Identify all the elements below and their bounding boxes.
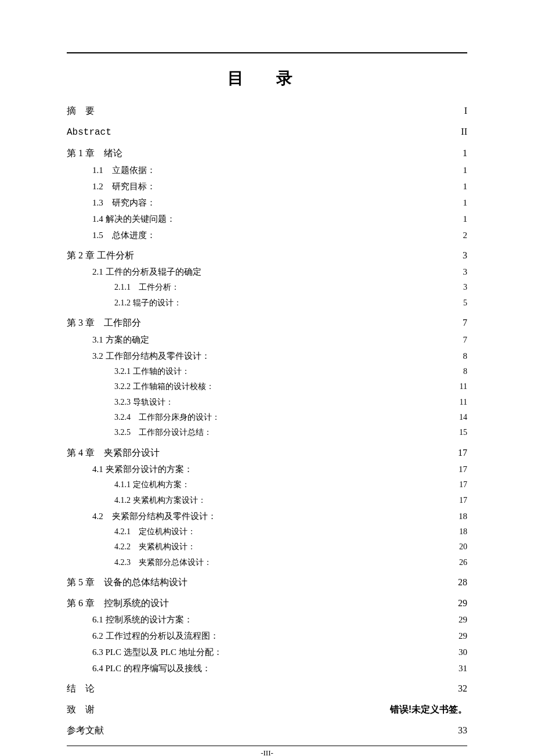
toc-entry-page: 17 <box>459 478 467 491</box>
toc-title: 目 录 <box>67 67 467 89</box>
toc-entry: 1.2 研究目标：1 <box>67 179 467 193</box>
toc-entry-page: I <box>464 103 467 118</box>
toc-entry: 第 6 章 控制系统的设计29 <box>67 596 467 611</box>
toc-entry-page: 1 <box>463 212 468 226</box>
toc-entry-label: 致 谢 <box>67 702 95 717</box>
toc-entry: 4.2.3 夹紧部分总体设计：26 <box>67 556 467 569</box>
toc-entry-page: 33 <box>458 723 467 738</box>
toc-entry: 6.2 工作过程的分析以及流程图：29 <box>67 629 467 643</box>
toc-entry-label: 1.2 研究目标： <box>92 179 156 193</box>
toc-entry: 2.1.2 辊子的设计：5 <box>67 297 467 309</box>
toc-entry-label: 2.1 工件的分析及辊子的确定 <box>92 265 201 279</box>
toc-entry-page: 8 <box>463 365 467 378</box>
toc-entry-page: 18 <box>459 509 467 523</box>
toc-entry-page: 30 <box>459 645 467 659</box>
toc-entry: 第 4 章 夹紧部分设计17 <box>67 445 467 460</box>
toc-entry-page: 31 <box>459 661 467 675</box>
toc-entry-label: 第 3 章 工作部分 <box>67 315 141 330</box>
toc-entry-label: 3.2.2 工作轴箱的设计校核： <box>114 380 214 393</box>
toc-entry-label: 结 论 <box>67 681 95 696</box>
toc-entry: 第 2 章 工件分析3 <box>67 248 467 263</box>
toc-entry-label: 2.1.2 辊子的设计： <box>114 297 182 309</box>
toc-entry-label: 2.1.1 工件分析： <box>114 281 179 294</box>
toc-entry-page: 11 <box>460 380 467 393</box>
toc-entry-page: 26 <box>459 556 467 569</box>
toc-entry-page: 1 <box>463 146 467 161</box>
toc-entry: 6.4 PLC 的程序编写以及接线：31 <box>67 661 467 675</box>
toc-entry: 2.1.1 工件分析：3 <box>67 281 467 294</box>
toc-entry-page: 14 <box>459 411 467 424</box>
toc-entry-label: 1.3 研究内容： <box>92 196 156 210</box>
toc-entry-label: 4.1.1 定位机构方案： <box>114 478 190 491</box>
toc-entry-page: 1 <box>463 179 468 193</box>
toc-entry-label: 6.3 PLC 选型以及 PLC 地址分配： <box>92 645 222 659</box>
toc-entry: 第 5 章 设备的总体结构设计28 <box>67 575 467 590</box>
toc-entry-label: 3.1 方案的确定 <box>92 333 149 347</box>
toc-entry: 4.2 夹紧部分结构及零件设计：18 <box>67 509 467 523</box>
toc-entry: 3.2.4 工作部分床身的设计：14 <box>67 411 467 424</box>
toc-entry-label: 4.2 夹紧部分结构及零件设计： <box>92 509 217 523</box>
toc-entry-page: 5 <box>463 297 467 309</box>
toc-entry-page: 17 <box>459 494 467 507</box>
toc-entry-page: 3 <box>463 265 468 279</box>
table-of-contents: 摘 要IAbstractII第 1 章 绪论11.1 立题依据：11.2 研究目… <box>67 103 467 737</box>
toc-entry: 摘 要I <box>67 103 467 118</box>
toc-entry-page: 18 <box>459 525 467 538</box>
toc-entry: 4.1.1 定位机构方案：17 <box>67 478 467 491</box>
toc-entry-label: 参考文献 <box>67 723 104 738</box>
toc-entry-page: 11 <box>460 396 467 409</box>
toc-entry-label: 6.4 PLC 的程序编写以及接线： <box>92 661 211 675</box>
toc-entry-label: 第 1 章 绪论 <box>67 146 122 161</box>
toc-entry-label: 6.1 控制系统的设计方案： <box>92 613 193 627</box>
toc-entry-label: 第 5 章 设备的总体结构设计 <box>67 575 187 590</box>
toc-entry-page: 28 <box>458 575 467 590</box>
toc-entry-page: 29 <box>459 629 467 643</box>
toc-entry: 3.2.3 导轨设计：11 <box>67 396 467 409</box>
toc-entry-page: 7 <box>463 333 468 347</box>
toc-entry-label: 1.4 解决的关键问题： <box>92 212 175 226</box>
toc-entry-label: 3.2.4 工作部分床身的设计： <box>114 411 220 424</box>
toc-entry-page: 3 <box>463 248 467 263</box>
toc-entry-page: 17 <box>458 445 467 460</box>
toc-entry: 4.1 夹紧部分设计的方案：17 <box>67 462 467 476</box>
toc-entry-page: II <box>461 124 467 139</box>
toc-entry: 2.1 工件的分析及辊子的确定3 <box>67 265 467 279</box>
toc-entry: 1.5 总体进度：2 <box>67 228 467 242</box>
toc-entry-page: 1 <box>463 196 468 210</box>
toc-entry: 6.3 PLC 选型以及 PLC 地址分配：30 <box>67 645 467 659</box>
toc-entry: 3.2.2 工作轴箱的设计校核：11 <box>67 380 467 393</box>
toc-entry: AbstractII <box>67 124 467 141</box>
toc-entry: 第 1 章 绪论1 <box>67 146 467 161</box>
toc-entry-label: 第 2 章 工件分析 <box>67 248 134 263</box>
toc-entry: 1.1 立题依据：1 <box>67 163 467 177</box>
toc-entry-page: 7 <box>463 315 467 330</box>
toc-entry-label: 1.5 总体进度： <box>92 228 156 242</box>
toc-entry-label: 第 4 章 夹紧部分设计 <box>67 445 160 460</box>
toc-entry-page: 20 <box>459 541 467 553</box>
toc-entry-label: 3.2.1 工作轴的设计： <box>114 365 190 378</box>
toc-entry-label: 3.2.5 工作部分设计总结： <box>114 426 212 439</box>
toc-entry-label: 4.2.1 定位机构设计： <box>114 525 196 538</box>
toc-entry: 3.1 方案的确定7 <box>67 333 467 347</box>
toc-entry-page: 29 <box>458 596 467 611</box>
toc-entry-label: 6.2 工作过程的分析以及流程图： <box>92 629 219 643</box>
toc-entry: 结 论32 <box>67 681 467 696</box>
toc-entry: 致 谢错误!未定义书签。 <box>67 702 467 717</box>
toc-entry-label: 4.2.2 夹紧机构设计： <box>114 541 196 553</box>
toc-entry-page: 3 <box>463 281 467 294</box>
footer-rule <box>67 746 467 746</box>
page-footer: -III- <box>67 748 467 756</box>
toc-entry: 3.2 工作部分结构及零件设计：8 <box>67 349 467 363</box>
toc-entry: 1.3 研究内容：1 <box>67 196 467 210</box>
toc-entry-page: 2 <box>463 228 468 242</box>
toc-entry: 4.2.1 定位机构设计：18 <box>67 525 467 538</box>
toc-entry: 1.4 解决的关键问题：1 <box>67 212 467 226</box>
toc-entry: 3.2.1 工作轴的设计：8 <box>67 365 467 378</box>
toc-entry-label: 第 6 章 控制系统的设计 <box>67 596 169 611</box>
toc-entry-label: 4.1 夹紧部分设计的方案： <box>92 462 193 476</box>
toc-entry-page: 29 <box>459 613 467 627</box>
toc-entry-label: 4.2.3 夹紧部分总体设计： <box>114 556 212 569</box>
toc-entry-label: 3.2.3 导轨设计： <box>114 396 174 409</box>
toc-entry: 6.1 控制系统的设计方案：29 <box>67 613 467 627</box>
toc-entry-label: 4.1.2 夹紧机构方案设计： <box>114 494 206 507</box>
